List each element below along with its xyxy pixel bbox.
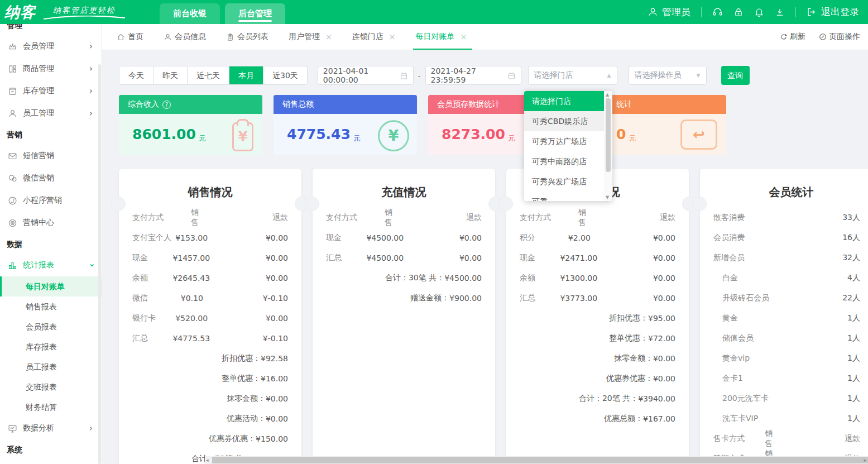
sidebar-item-label: 微信营销 <box>23 173 54 183</box>
sidebar-subitem-member-report[interactable]: 会员报表 <box>0 317 102 337</box>
stat-value: 4人 <box>847 273 860 283</box>
sidebar-item-statistics-reports[interactable]: 统计报表 › <box>0 254 102 276</box>
sidebar-subitem-daily-reconciliation[interactable]: 每日对账单 <box>0 276 102 296</box>
sidebar-item-staff-management[interactable]: 员工管理 › <box>0 102 102 125</box>
stat-label: 升级砖石会员 <box>713 293 769 303</box>
scroll-up-icon[interactable]: ▲ <box>606 92 609 97</box>
notch-decor <box>498 197 513 211</box>
sidebar-subitem-sales-report[interactable]: 销售报表 <box>0 296 102 317</box>
support-headset-icon[interactable] <box>712 7 723 17</box>
sidebar-item-goods-management[interactable]: 商品管理 › <box>0 58 102 80</box>
quick-filter-last30days[interactable]: 近30天 <box>263 66 307 84</box>
table-header: 支付方式 销售 退款 <box>132 208 288 228</box>
scroll-left-icon[interactable]: ◂ <box>206 457 209 463</box>
cell: ¥4500.00 <box>366 233 447 242</box>
logout-button[interactable]: 退出登录 <box>807 6 859 18</box>
nav-tab-backend-admin[interactable]: 后台管理 <box>225 3 285 24</box>
quick-filter-today[interactable]: 今天 <box>119 66 154 84</box>
sidebar-subitem-staff-report[interactable]: 员工报表 <box>0 357 102 377</box>
cell: ¥0.00 <box>251 233 288 242</box>
close-icon[interactable]: × <box>460 32 467 41</box>
table-row: 支付宝个人¥153.00¥0.00 <box>132 228 288 248</box>
chevron-right-icon: › <box>89 423 93 433</box>
help-icon[interactable]: ? <box>162 101 171 109</box>
table-row: 现金¥1457.00¥0.00 <box>132 248 288 268</box>
operator-select[interactable]: 请选择操作员 ▼ <box>629 66 707 85</box>
card-unit: 元 <box>508 133 515 143</box>
store-select[interactable]: 请选择门店 ▲ <box>528 66 617 85</box>
dropdown-scrollbar[interactable]: ▲ ▼ <box>604 91 612 201</box>
col-header: 支付方式 <box>520 213 573 223</box>
date-from-value: 2021-04-01 00:00:00 <box>323 66 400 84</box>
summary-label: 整单优惠： <box>609 333 648 343</box>
main-area: 首页 会员信息 会员列表 用户管理 × 连锁门店 × 每日对账单 × <box>102 24 868 464</box>
summary-value: ¥3940.00 <box>638 394 675 403</box>
cell: ¥1300.00 <box>560 274 641 283</box>
scroll-down-icon[interactable]: ▼ <box>606 195 609 200</box>
close-icon[interactable]: × <box>389 32 396 41</box>
sidebar-subitem-inventory-report[interactable]: 库存报表 <box>0 337 102 357</box>
quick-filter-last7days[interactable]: 近七天 <box>188 66 229 84</box>
sidebar-subitem-shift-report[interactable]: 交班报表 <box>0 377 102 397</box>
page-operations-button[interactable]: 页面操作 <box>819 32 860 42</box>
nav-tab-label: 后台管理 <box>238 8 272 18</box>
scrollbar-thumb[interactable] <box>606 98 611 172</box>
cell: ¥0.00 <box>251 314 288 323</box>
scroll-right-icon[interactable]: ▸ <box>864 457 866 463</box>
horizontal-scrollbar[interactable]: ◂ ▸ <box>205 456 868 464</box>
wechat-icon <box>8 174 17 183</box>
chevron-right-icon: › <box>89 64 93 74</box>
sidebar-item-wechat-marketing[interactable]: 微信营销 <box>0 167 102 189</box>
dropdown-option-store-wanda[interactable]: 可秀万达广场店 <box>524 131 604 151</box>
dropdown-option-store-cbd[interactable]: 可秀CBD娱乐店 <box>524 111 604 131</box>
dropdown-option-partial[interactable]: 可秀 <box>524 192 604 201</box>
dropdown-option-placeholder[interactable]: 请选择门店 <box>524 91 604 111</box>
user-menu[interactable]: 管理员 <box>648 6 690 18</box>
scrollbar-thumb[interactable] <box>212 457 868 463</box>
stat-label: 白金 <box>713 273 738 283</box>
chevron-right-icon: › <box>89 108 93 118</box>
sidebar-subitem-finance-settlement[interactable]: 财务结算 <box>0 397 102 417</box>
store-select-value: 请选择门店 <box>534 70 573 80</box>
date-from-input[interactable]: 2021-04-01 00:00:00 <box>318 66 414 85</box>
yen-glyph: ¥ <box>389 127 399 144</box>
col-header: 售卡方式 <box>713 434 765 444</box>
sidebar-item-data-analysis[interactable]: 数据分析 › <box>0 417 102 439</box>
nav-tab-front-cashier[interactable]: 前台收银 <box>160 3 220 24</box>
quick-filter-this-month[interactable]: 本月 <box>229 66 263 84</box>
sidebar-item-sms-marketing[interactable]: 短信营销 <box>0 145 102 167</box>
stat-label: 金卡1 <box>713 374 743 384</box>
refresh-button[interactable]: 刷新 <box>780 32 805 42</box>
sidebar-scrollbar[interactable] <box>98 64 101 464</box>
quick-filter-yesterday[interactable]: 昨天 <box>154 66 188 84</box>
tab-daily-reconciliation[interactable]: 每日对账单 × <box>415 24 467 50</box>
tab-member-list[interactable]: 会员列表 <box>226 24 268 50</box>
bar-chart-icon <box>8 261 17 270</box>
date-to-input[interactable]: 2021-04-27 23:59:59 <box>425 66 521 85</box>
summary-value: ¥72.00 <box>648 334 675 343</box>
table-header: 支付方式 销售 退款 <box>520 208 675 228</box>
tab-user-management[interactable]: 用户管理 × <box>289 24 332 50</box>
tab-member-info[interactable]: 会员信息 <box>164 24 206 50</box>
download-icon[interactable] <box>775 7 785 17</box>
calendar-icon <box>507 71 516 80</box>
col-header: 退款 <box>816 434 860 444</box>
sidebar-item-miniprogram-marketing[interactable]: 小程序营销 <box>0 189 102 212</box>
close-icon[interactable]: × <box>325 32 332 41</box>
sidebar-item-member-management[interactable]: 会员管理 › <box>0 35 102 58</box>
sidebar-item-marketing-center[interactable]: 营销中心 <box>0 212 102 234</box>
search-button[interactable]: 查询 <box>721 66 750 85</box>
cell: 银行卡 <box>132 313 175 323</box>
sidebar-item-inventory-management[interactable]: 库存管理 › <box>0 80 102 102</box>
dropdown-option-store-xingfa[interactable]: 可秀兴发广场店 <box>524 171 604 192</box>
sidebar-item-label: 库存管理 <box>23 86 54 96</box>
col-header: 支付方式 <box>132 213 186 223</box>
page-operations-icon <box>819 33 827 41</box>
cell: ¥0.00 <box>634 233 675 242</box>
dropdown-option-store-zhongnan[interactable]: 可秀中南路的店 <box>524 151 604 171</box>
tab-chain-stores[interactable]: 连锁门店 × <box>352 24 396 50</box>
bell-icon[interactable] <box>754 7 764 17</box>
lock-icon[interactable] <box>733 7 744 17</box>
caret-up-icon: ▲ <box>607 73 611 78</box>
tab-home[interactable]: 首页 <box>117 24 143 50</box>
